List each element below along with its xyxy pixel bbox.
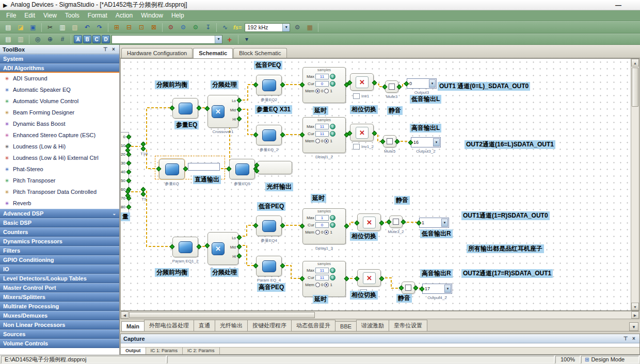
save-project-icon[interactable]: ▣ [27,23,39,32]
info-icon[interactable]: i [330,222,335,228]
info-icon[interactable]: i [330,81,335,87]
new-schematic-icon[interactable]: ▤ [3,35,14,44]
link-compile-download-icon[interactable]: ⚙ [190,23,201,32]
toolbox-section-volume-controls[interactable]: Volume Controls [0,339,119,348]
pin-panel-icon[interactable]: ⊤ [622,336,629,341]
vertical-scrollbar[interactable]: ▲ ▼ [631,59,639,310]
phase-invert-block[interactable]: ✕ [357,269,381,287]
output-channel-select[interactable]: 1▾Output3_3 [419,218,449,228]
eq-block[interactable]: 参量EQ [159,159,185,179]
vertical-scrollbar-thumb[interactable] [632,68,638,107]
eq-block[interactable]: Param EQ_4 [256,256,282,276]
scroll-left-icon[interactable]: ◀ [121,311,129,319]
tab-list-dropdown-icon[interactable]: ▾ [629,322,638,331]
toolbox-item-pitch-transposer-data-controlled[interactable]: ✳Pitch Transposer Data Controlled [0,186,119,197]
schematic-label[interactable]: 低音输出R [420,229,453,238]
delay-block[interactable]: samplesMax11iCur11iMem01Delay1_2 [302,117,346,153]
toolbox-item-loudness-low-hi-external-ctrl[interactable]: ✳Loudness (Low & Hi) External Ctrl [0,152,119,163]
delay-block[interactable]: samplesMax11iCur0iMem01 [302,67,346,103]
eq-block[interactable]: 参量EQ5 [229,159,255,179]
output-channel-select[interactable]: 17▾Output4_2 [422,284,452,294]
delay-max-value[interactable]: 11 [315,74,329,79]
mem-radio-1[interactable] [324,89,329,93]
crossover-block[interactable]: ✕LoMidHiCrossover1 [207,95,238,128]
toolbox-section-multirate-processing[interactable]: Multirate Processing [0,302,119,311]
schematic-label[interactable]: 量 [121,212,130,221]
delay-block[interactable]: samplesMax1iCur0iMem01Delay1_3 [302,208,346,244]
undo-icon[interactable]: ↶ [82,23,93,32]
dropdown-arrow-icon[interactable]: ▾ [433,138,440,146]
schematic-label[interactable]: OUT1 通道(0=L)_SDATA_OUT0 [438,82,530,91]
sheet-tab-item-2[interactable]: 直通 [194,320,215,331]
capture-tab-output[interactable]: Output [121,348,146,354]
mem-radio-0[interactable] [315,89,320,93]
mute-block[interactable] [402,282,415,294]
wire[interactable] [282,266,300,278]
wire[interactable] [147,108,170,144]
dropdown-arrow-icon[interactable]: ▾ [441,219,448,227]
paste-icon[interactable]: ▧ [69,23,81,32]
tee-junction[interactable]: T9 [141,188,147,197]
add-item-button[interactable]: + [224,35,235,44]
eq-block[interactable]: Param EQ1_2 [172,237,198,257]
schematic-label[interactable]: 光纤输出 [265,183,293,191]
info-icon[interactable]: i [330,275,335,280]
mem-radio-0[interactable] [315,283,320,287]
schematic-label[interactable]: 高音输出L [410,124,441,133]
optical-out-block[interactable] [257,161,292,174]
toolbox-section-gpio-conditioning[interactable]: GPIO Conditioning [0,255,119,264]
tee-junction[interactable]: T10 [141,142,147,152]
schematic-label[interactable]: 低音PEQ [254,61,282,70]
schematic-label[interactable]: 分频处理 [211,80,238,89]
wire[interactable] [381,278,399,288]
horizontal-scrollbar[interactable]: ◀ ▶ [120,311,639,319]
schematic-label[interactable]: 分频前均衡 [155,268,189,277]
style-b-button[interactable]: B [83,35,91,43]
wire[interactable] [238,225,254,236]
tab-schematic[interactable]: Schematic [193,48,233,58]
wire[interactable] [374,135,381,141]
mem-radio-1[interactable] [324,230,329,235]
crossover-block[interactable]: ✕LoMidHiCrossover1_2 [207,232,238,265]
style-c-button[interactable]: C [92,35,101,43]
toolbox-item-automatic-speaker-eq[interactable]: ✳Automatic Speaker EQ [0,84,119,95]
open-project-icon[interactable]: ◪ [15,23,26,32]
mute-block[interactable]: Mute5 [383,135,396,147]
menu-item-help[interactable]: Help [167,11,188,20]
schematic-label[interactable]: 高音PEQ [257,283,285,292]
tab-hardware-configuration[interactable]: Hardware Configuration [121,48,193,58]
capture-tab-ic-1-params[interactable]: IC 1: Params [146,348,183,354]
delay-max-value[interactable]: 1 [315,215,329,221]
menu-item-edit[interactable]: Edit [20,11,39,20]
phase-invert-block[interactable]: ✕Inv1 [350,73,374,91]
delay-max-value[interactable]: 11 [315,268,329,273]
mem-radio-0[interactable] [315,139,320,143]
schematic-label[interactable]: 相位切换 [350,105,378,114]
sheet-tab-main[interactable]: Main [121,321,145,331]
toolbox-item-loudness-low-hi[interactable]: ✳Loudness (Low & Hi) [0,141,119,152]
schematic-canvas[interactable]: 低音PEQ分频前均衡分频处理参量EQ X31延时相位切换静音低音输出LOUT1 … [120,58,639,311]
toolbox-section-adi-algorithms[interactable]: ADI Algorithms [0,63,119,73]
scroll-down-icon[interactable]: ▼ [631,303,639,310]
eq-block[interactable]: 参量EQ2 [256,75,282,95]
horizontal-scrollbar-thumb[interactable] [129,312,315,318]
menu-item-window[interactable]: Window [137,11,167,20]
tab-block-schematic[interactable]: Block Schematic [233,48,286,58]
toolbox-section-io[interactable]: IO [0,264,119,274]
delay-max-value[interactable]: 11 [315,124,329,129]
toolbox-section-sources[interactable]: Sources [0,329,119,339]
output-channel-select[interactable]: 0▾Output3 [407,78,437,89]
menu-item-action[interactable]: Action [111,11,137,20]
toolbox-item-enhanced-stereo-capture-esc[interactable]: ✳Enhanced Stereo Capture (ESC) [0,129,119,141]
copy-icon[interactable]: ▥ [57,23,68,32]
toolbox-section-dynamics-processors[interactable]: Dynamics Processors [0,237,119,246]
eq-block[interactable]: 参量EQ4 [256,216,282,236]
capture-panel-icon[interactable]: ⊠ [148,23,159,32]
toolbox-section-non-linear-processors[interactable]: Non Linear Processors [0,320,119,329]
redo-icon[interactable]: ↷ [94,23,105,32]
pan-icon[interactable]: ⊕ [44,35,56,44]
toolbox-item-reverb[interactable]: ✳Reverb [0,197,119,209]
scroll-right-icon[interactable]: ▶ [631,311,639,319]
export-system-files-icon[interactable]: ↧ [202,23,214,32]
schematic-label[interactable]: 高音输出R [420,269,453,278]
